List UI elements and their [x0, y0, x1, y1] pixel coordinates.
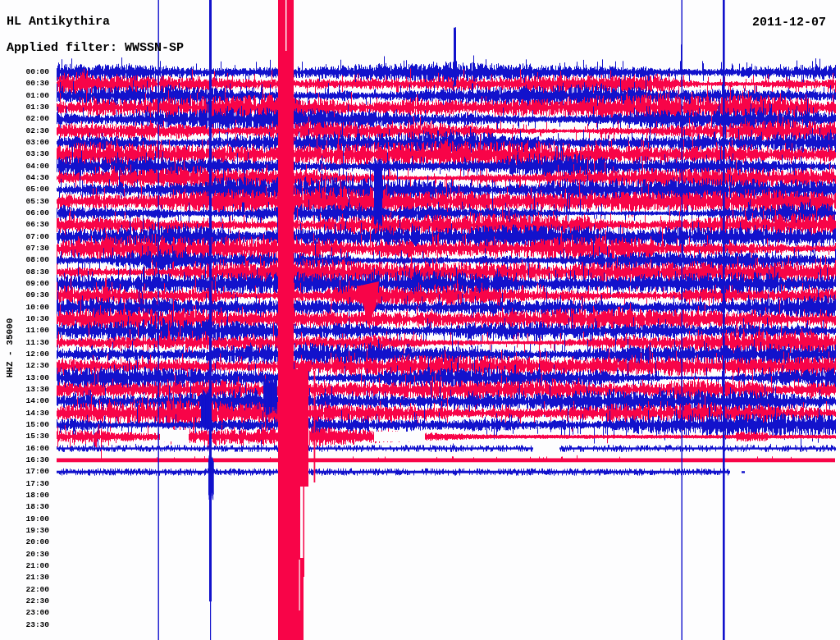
time-label: 00:00 [25, 68, 49, 76]
time-label: 20:00 [25, 538, 49, 546]
time-label: 23:30 [25, 621, 49, 629]
time-label: 05:00 [25, 185, 49, 194]
time-label: 21:30 [25, 574, 49, 582]
time-label: 08:30 [25, 268, 49, 277]
time-label: 12:30 [25, 362, 49, 370]
time-label: 07:00 [25, 233, 49, 241]
time-label: 04:00 [25, 162, 49, 171]
time-label: 18:00 [25, 491, 49, 500]
time-label: 12:00 [25, 350, 49, 359]
time-label: 00:30 [25, 80, 49, 88]
time-label: 23:00 [25, 609, 49, 617]
time-label: 15:00 [25, 421, 49, 429]
time-label: 02:00 [25, 115, 49, 123]
time-label: 22:30 [25, 597, 49, 606]
time-label: 10:00 [25, 304, 49, 312]
time-label: 07:30 [25, 245, 49, 253]
helicorder-page: HL Antikythira Applied filter: WWSSN-SP … [0, 0, 840, 640]
time-label: 19:00 [25, 515, 49, 523]
channel-scale-label: HHZ - 35000 [4, 311, 16, 385]
time-label: 17:30 [25, 480, 49, 488]
time-label: 03:30 [25, 150, 49, 158]
applied-filter-label: Applied filter: WWSSN-SP [7, 42, 184, 54]
time-label: 21:00 [25, 562, 49, 570]
time-label: 15:30 [25, 432, 49, 441]
time-label: 13:00 [25, 374, 49, 382]
time-label: 08:00 [25, 256, 49, 264]
time-label: 19:30 [25, 527, 49, 535]
time-label: 05:30 [25, 198, 49, 206]
time-label: 02:30 [25, 127, 49, 135]
time-label: 06:30 [25, 221, 49, 229]
date-label: 2011-12-07 [752, 16, 826, 29]
time-label: 11:30 [25, 339, 49, 347]
seismogram-canvas[interactable] [0, 0, 840, 640]
time-label: 09:00 [25, 280, 49, 288]
time-label: 09:30 [25, 291, 49, 299]
station-title: HL Antikythira [7, 16, 110, 28]
time-label: 16:00 [25, 445, 49, 453]
time-label: 04:30 [25, 174, 49, 182]
time-label: 13:30 [25, 386, 49, 394]
time-label: 18:30 [25, 503, 49, 511]
time-label: 06:00 [25, 209, 49, 217]
time-label: 14:30 [25, 409, 49, 418]
time-label: 16:30 [25, 456, 49, 464]
time-label: 20:30 [25, 551, 49, 559]
time-label: 11:00 [25, 327, 49, 335]
time-label: 17:00 [25, 468, 49, 476]
time-label: 03:00 [25, 139, 49, 147]
time-label: 01:00 [25, 92, 49, 100]
time-label: 10:30 [25, 315, 49, 323]
time-label: 01:30 [25, 103, 49, 112]
time-label: 22:00 [25, 586, 49, 594]
time-label: 14:00 [25, 397, 49, 405]
